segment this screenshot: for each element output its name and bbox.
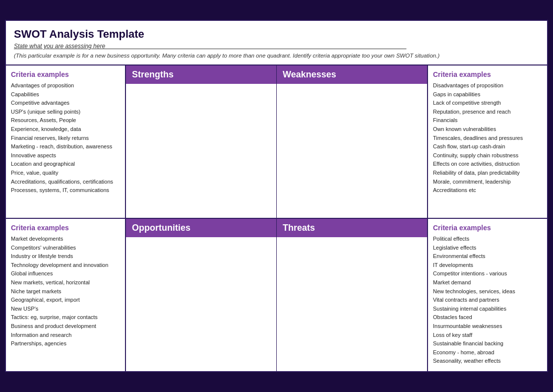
top-left-criteria-list: Advantages of propositionCapabilitiesCom…	[11, 81, 120, 195]
list-item: Price, value, quality	[11, 169, 120, 178]
bottom-right-criteria-title: Criteria examples	[433, 224, 542, 232]
weaknesses-body	[277, 84, 427, 218]
list-item: Capabilities	[11, 90, 120, 99]
list-item: Advantages of proposition	[11, 81, 120, 90]
top-right-criteria-list: Disadvantages of propositionGaps in capa…	[433, 81, 542, 195]
top-left-criteria: Criteria examples Advantages of proposit…	[6, 65, 126, 218]
threats-header: Threats	[277, 219, 427, 237]
list-item: Disadvantages of proposition	[433, 81, 542, 90]
list-item: Seasonality, weather effects	[433, 357, 542, 366]
list-item: Effects on core activities, distruction	[433, 160, 542, 169]
header-section: SWOT Analysis Template State what you ar…	[6, 21, 547, 65]
list-item: Market demand	[433, 278, 542, 287]
list-item: Technology development and innovation	[11, 261, 120, 270]
bottom-left-criteria-title: Criteria examples	[11, 224, 120, 232]
bottom-right-criteria: Criteria examples Political effectsLegis…	[427, 219, 547, 371]
header-subtitle: State what you are assessing here_______…	[14, 43, 539, 50]
list-item: Processes, systems, IT, communications	[11, 186, 120, 195]
opportunities-header: Opportunities	[126, 219, 276, 237]
list-item: IT developments	[433, 261, 542, 270]
list-item: New technologies, services, ideas	[433, 287, 542, 296]
list-item: Competitor intentions - various	[433, 269, 542, 278]
list-item: Competitive advantages	[11, 99, 120, 108]
list-item: Competitors' vulnerabilities	[11, 244, 120, 253]
list-item: Niche target markets	[11, 287, 120, 296]
page-title: SWOT Analysis Template	[14, 28, 539, 41]
list-item: Loss of key staff	[433, 331, 542, 340]
list-item: Tactics: eg, surprise, major contacts	[11, 313, 120, 322]
top-right-criteria: Criteria examples Disadvantages of propo…	[427, 65, 547, 218]
opportunities-quad: Opportunities	[126, 219, 277, 371]
list-item: Marketing - reach, distribution, awarene…	[11, 142, 120, 151]
list-item: Sustainable financial backing	[433, 339, 542, 348]
list-item: Location and geographical	[11, 160, 120, 169]
threats-body	[277, 237, 427, 371]
top-left-criteria-title: Criteria examples	[11, 70, 120, 78]
list-item: Cash flow, start-up cash-drain	[433, 142, 542, 151]
list-item: Partnerships, agencies	[11, 339, 120, 348]
bottom-half: Criteria examples Market developmentsCom…	[6, 219, 547, 371]
list-item: Innovative aspects	[11, 151, 120, 160]
list-item: Financials	[433, 116, 542, 125]
list-item: Accreditations etc	[433, 186, 542, 195]
list-item: New USP's	[11, 305, 120, 314]
list-item: Vital contracts and partners	[433, 296, 542, 305]
list-item: Environmental effects	[433, 252, 542, 261]
list-item: Timescales, deadlines and pressures	[433, 134, 542, 143]
list-item: Lack of competitive strength	[433, 99, 542, 108]
opportunities-body	[126, 237, 276, 371]
list-item: Experience, knowledge, data	[11, 125, 120, 134]
bottom-left-criteria-list: Market developmentsCompetitors' vulnerab…	[11, 235, 120, 348]
list-item: Morale, commitment, leadership	[433, 178, 542, 187]
list-item: Political effects	[433, 235, 542, 244]
top-half: Criteria examples Advantages of proposit…	[6, 65, 547, 219]
threats-quad: Threats	[277, 219, 427, 371]
list-item: Gaps in capabilities	[433, 90, 542, 99]
bottom-right-criteria-list: Political effectsLegislative effectsEnvi…	[433, 235, 542, 366]
header-note: (This particular example is for a new bu…	[14, 52, 539, 60]
list-item: Information and research	[11, 331, 120, 340]
list-item: Market developments	[11, 235, 120, 244]
bottom-left-criteria: Criteria examples Market developmentsCom…	[6, 219, 126, 371]
weaknesses-quad: Weaknesses	[277, 65, 427, 218]
ot-middle: Opportunities Threats	[126, 219, 427, 371]
list-item: Legislative effects	[433, 244, 542, 253]
page-container: SWOT Analysis Template State what you ar…	[5, 20, 548, 372]
list-item: USP's (unique selling points)	[11, 108, 120, 117]
top-right-criteria-title: Criteria examples	[433, 70, 542, 78]
strengths-quad: Strengths	[126, 65, 277, 218]
list-item: Reliability of data, plan predictability	[433, 169, 542, 178]
list-item: Financial reserves, likely returns	[11, 134, 120, 143]
weaknesses-header: Weaknesses	[277, 65, 427, 84]
list-item: Industry or lifestyle trends	[11, 252, 120, 261]
list-item: Resources, Assets, People	[11, 116, 120, 125]
list-item: Reputation, presence and reach	[433, 108, 542, 117]
list-item: Insurmountable weaknesses	[433, 322, 542, 331]
list-item: Geographical, export, import	[11, 296, 120, 305]
list-item: New markets, vertical, horizontal	[11, 278, 120, 287]
list-item: Own known vulnerabilities	[433, 125, 542, 134]
list-item: Global influences	[11, 269, 120, 278]
list-item: Obstacles faced	[433, 313, 542, 322]
list-item: Economy - home, abroad	[433, 348, 542, 357]
list-item: Sustaining internal capabilities	[433, 305, 542, 314]
strengths-body	[126, 84, 276, 218]
sw-middle: Strengths Weaknesses	[126, 65, 427, 218]
list-item: Accreditations, qualifications, certific…	[11, 178, 120, 187]
list-item: Continuity, supply chain robustness	[433, 151, 542, 160]
strengths-header: Strengths	[126, 65, 276, 84]
list-item: Business and product development	[11, 322, 120, 331]
